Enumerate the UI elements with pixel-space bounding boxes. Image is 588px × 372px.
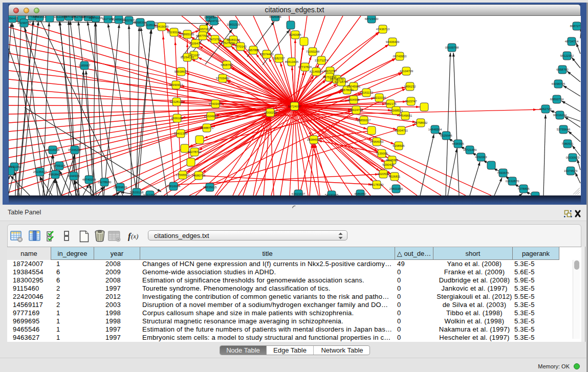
svg-text:46488771: 46488771	[200, 126, 214, 129]
svg-text:84969653: 84969653	[33, 16, 47, 18]
svg-text:1065133: 1065133	[204, 16, 216, 19]
svg-text:17565512: 17565512	[176, 173, 190, 177]
svg-text:14846564: 14846564	[428, 128, 442, 131]
svg-text:21745961: 21745961	[347, 85, 361, 88]
svg-text:8244935: 8244935	[68, 174, 80, 178]
svg-text:4026811: 4026811	[389, 175, 401, 178]
svg-text:4332003: 4332003	[475, 156, 487, 159]
svg-text:29401965: 29401965	[389, 187, 403, 190]
svg-text:26247317: 26247317	[207, 19, 221, 23]
svg-text:48083136: 48083136	[227, 38, 241, 41]
svg-text:1020539: 1020539	[377, 172, 389, 176]
svg-text:09743953: 09743953	[393, 55, 407, 58]
svg-text:8240084: 8240084	[289, 33, 301, 36]
svg-text:5182337: 5182337	[273, 57, 285, 60]
svg-text:5290422: 5290422	[382, 163, 395, 166]
svg-text:48734714: 48734714	[565, 40, 579, 43]
svg-text:09570154: 09570154	[89, 16, 103, 19]
svg-text:9318393: 9318393	[386, 159, 398, 162]
svg-text:01632870: 01632870	[506, 180, 519, 183]
svg-text:28059826: 28059826	[114, 186, 127, 189]
svg-text:7109477: 7109477	[189, 42, 202, 45]
svg-text:07527354: 07527354	[221, 41, 235, 45]
svg-text:7482175: 7482175	[384, 102, 397, 105]
svg-text:50533158: 50533158	[130, 191, 144, 194]
svg-text:38721489: 38721489	[463, 148, 477, 151]
svg-text:19374529: 19374529	[564, 169, 578, 172]
svg-text:71093248: 71093248	[306, 50, 320, 53]
svg-text:69096705: 69096705	[552, 82, 565, 85]
svg-text:43161172: 43161172	[360, 91, 374, 94]
svg-text:90278742: 90278742	[188, 150, 202, 154]
svg-text:86578091: 86578091	[340, 89, 354, 92]
svg-text:12419049: 12419049	[155, 25, 169, 28]
svg-text:08835615: 08835615	[203, 186, 217, 189]
svg-text:12191361: 12191361	[9, 165, 21, 168]
svg-text:7080531: 7080531	[561, 142, 574, 145]
svg-text:38299737: 38299737	[17, 21, 31, 25]
svg-text:85574443: 85574443	[260, 53, 274, 56]
svg-text:5158506: 5158506	[393, 144, 405, 147]
svg-text:02294131: 02294131	[181, 56, 194, 59]
svg-text:67737826: 67737826	[298, 65, 312, 69]
svg-text:49972787: 49972787	[323, 70, 337, 73]
svg-text:09859317: 09859317	[357, 119, 371, 122]
svg-text:90916998: 90916998	[46, 148, 60, 151]
svg-text:4936183: 4936183	[171, 117, 183, 120]
svg-text:7923747: 7923747	[405, 100, 417, 103]
svg-text:49877694: 49877694	[196, 34, 210, 37]
svg-text:18724007: 18724007	[288, 105, 301, 108]
svg-text:18300295: 18300295	[264, 111, 277, 114]
svg-text:48740164: 48740164	[82, 178, 96, 181]
svg-text:05009788: 05009788	[445, 46, 459, 49]
svg-text:64990913: 64990913	[169, 83, 183, 86]
svg-text:7770143: 7770143	[234, 45, 247, 48]
svg-text:97703482: 97703482	[216, 77, 230, 80]
svg-text:7139005: 7139005	[376, 152, 388, 155]
svg-text:25135427: 25135427	[33, 170, 47, 173]
svg-text:47436713: 47436713	[376, 28, 390, 31]
svg-text:63193149: 63193149	[167, 31, 181, 34]
svg-text:68723430: 68723430	[365, 17, 379, 20]
svg-text:74680715: 74680715	[192, 174, 206, 177]
svg-text:69222196: 69222196	[373, 96, 386, 99]
svg-text:1456232: 1456232	[404, 85, 416, 88]
svg-text:24278680: 24278680	[98, 181, 112, 184]
svg-text:21024994: 21024994	[204, 115, 218, 118]
svg-text:51718702: 51718702	[335, 80, 349, 83]
svg-text:58122362: 58122362	[560, 54, 574, 57]
svg-text:19384554: 19384554	[307, 138, 321, 141]
svg-text:49808412: 49808412	[49, 173, 62, 176]
svg-text:1473799: 1473799	[209, 38, 221, 41]
svg-text:53755646: 53755646	[557, 128, 571, 131]
svg-text:6562729: 6562729	[539, 107, 552, 111]
svg-text:4436995: 4436995	[452, 142, 464, 145]
svg-text:97403447: 97403447	[209, 102, 223, 105]
svg-text:10801326: 10801326	[227, 23, 241, 26]
svg-text:00330923: 00330923	[566, 156, 580, 159]
svg-text:12004711: 12004711	[395, 129, 408, 132]
svg-text:71657262: 71657262	[197, 28, 211, 31]
svg-text:88424745: 88424745	[350, 108, 363, 112]
svg-text:59401399: 59401399	[174, 132, 188, 135]
svg-text:17964053: 17964053	[370, 140, 384, 143]
svg-text:1165667: 1165667	[79, 64, 91, 67]
svg-text:6026064: 6026064	[269, 16, 281, 18]
svg-text:89413435: 89413435	[285, 60, 299, 63]
svg-text:69816934: 69816934	[167, 185, 181, 188]
svg-text:6658760: 6658760	[556, 68, 569, 71]
svg-text:42104709: 42104709	[400, 70, 413, 73]
svg-text:86872774: 86872774	[570, 25, 581, 28]
svg-text:7693676: 7693676	[497, 171, 509, 174]
svg-text:17549651: 17549651	[399, 114, 412, 117]
svg-text:99938677: 99938677	[175, 70, 188, 73]
svg-text:6629946: 6629946	[440, 134, 452, 137]
svg-text:05865185: 05865185	[181, 33, 194, 36]
svg-text:94406409: 94406409	[386, 40, 400, 43]
svg-text:3056413: 3056413	[9, 17, 18, 20]
svg-text:6808760: 6808760	[221, 63, 233, 67]
svg-text:68893734: 68893734	[550, 98, 564, 101]
svg-text:82146584: 82146584	[310, 70, 323, 73]
svg-text:0799118: 0799118	[54, 164, 66, 167]
svg-text:0504556: 0504556	[347, 98, 360, 101]
